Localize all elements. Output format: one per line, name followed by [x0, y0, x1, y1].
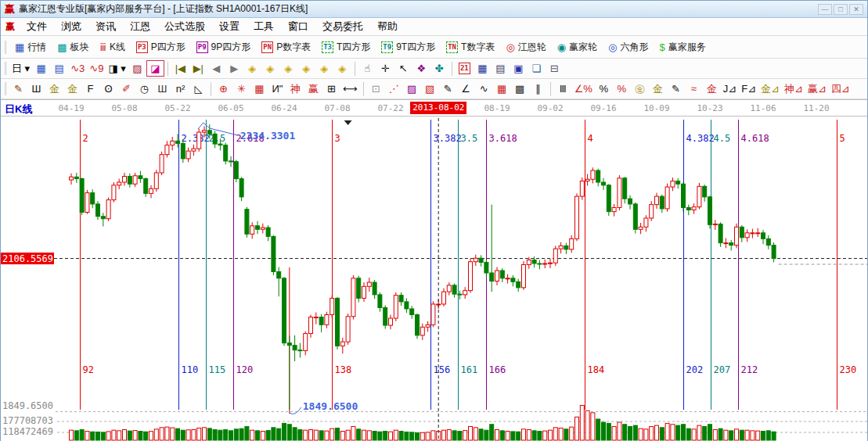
network-icon[interactable]: ❏	[528, 60, 546, 77]
gold-circle-icon[interactable]: ㊎	[631, 81, 649, 97]
zigzag-tool-icon[interactable]: ∿	[475, 81, 493, 97]
fib-f-icon[interactable]: F	[81, 81, 99, 97]
toolbar-button-gann-wheel[interactable]: ◎江恩轮	[500, 38, 551, 56]
shift-right-diamond-icon[interactable]: ◈	[261, 60, 279, 77]
toolbar-button-p-square[interactable]: P3P四方形	[131, 38, 191, 56]
period-daily-dropdown-icon[interactable]: 日 ▾	[9, 60, 32, 77]
toolbar-button-t-square[interactable]: T3T四方形	[316, 38, 376, 56]
toolbar-button-t-number-table[interactable]: TNT数字表	[441, 38, 500, 56]
chart-area[interactable]: 2922.3821102.51152.61812031383.3821563.5…	[1, 117, 867, 441]
calendar-icon[interactable]: 21	[456, 60, 474, 77]
angle-shen-icon[interactable]: 神⊿	[782, 81, 805, 97]
parallel-lines-icon[interactable]: ∥	[529, 81, 547, 97]
percent-angle-icon[interactable]: ∠%	[572, 81, 595, 97]
pattern-box-icon[interactable]: ▨	[128, 60, 146, 77]
toolbar-button-kline[interactable]: ⅲK线	[95, 38, 131, 56]
toolbar-button-hexagon[interactable]: ◎六角形	[603, 38, 654, 56]
gann-tool-purple-icon[interactable]: ❖	[412, 60, 430, 77]
toolbar-button-winner-wheel[interactable]: ◉赢家轮	[552, 38, 603, 56]
toolbar-button-sectors[interactable]: ▩板块	[52, 38, 94, 56]
toolbar-button-9t-square[interactable]: T99T四方形	[376, 38, 441, 56]
last-bar-icon[interactable]: ▶|	[189, 60, 207, 77]
angle-gold-icon[interactable]: 金⊿	[758, 81, 782, 97]
menu-item-trade-order[interactable]: 交易委托	[315, 18, 370, 35]
gann-circle-icon[interactable]: ⊕	[214, 81, 232, 97]
gold-section-1-icon[interactable]: 金	[45, 81, 63, 97]
box-region-icon[interactable]: ⊡	[367, 81, 385, 97]
pointer-tool-icon[interactable]: ↖	[394, 60, 412, 77]
shen-marker-icon[interactable]: 神	[286, 81, 304, 97]
shift-left-diamond-icon[interactable]: ◈	[243, 60, 261, 77]
gold-section-2-icon[interactable]: 金	[63, 81, 81, 97]
crosshair-tool-icon[interactable]: ✛	[376, 60, 394, 77]
protractor-icon[interactable]: ◺	[189, 81, 207, 97]
menu-item-help[interactable]: 帮助	[370, 18, 405, 35]
pen-bars-icon[interactable]: ✎	[667, 81, 685, 97]
menu-item-tools[interactable]: 工具	[247, 18, 281, 35]
fan-box-icon[interactable]: ▧	[421, 81, 439, 97]
spiral-icon[interactable]: ʘ	[99, 81, 117, 97]
time-circle-icon[interactable]: ◷	[135, 81, 153, 97]
volume-histogram-icon[interactable]: ◪	[146, 60, 164, 77]
angle-win-icon[interactable]: 赢⊿	[805, 81, 829, 97]
fan-grid-purple-icon[interactable]: ▨	[403, 81, 421, 97]
gann-web-icon[interactable]: ✳	[232, 81, 250, 97]
chart-layout-icon[interactable]: ▦	[32, 60, 50, 77]
toolbar-button-p-number-table[interactable]: PNP数字表	[256, 38, 316, 56]
menu-item-news[interactable]: 资讯	[88, 18, 123, 35]
next-bar-icon[interactable]: ▶	[225, 60, 243, 77]
compress-horizontal-diamond-icon[interactable]: ◈	[297, 60, 315, 77]
wave-3-icon[interactable]: ∿3	[68, 60, 87, 77]
menu-item-gann[interactable]: 江恩	[123, 18, 157, 35]
menu-item-window[interactable]: 窗口	[281, 18, 315, 35]
toolbar-button-winner-service[interactable]: $赢家服务	[654, 38, 711, 56]
candle-style-dropdown-icon[interactable]: ◨ ▾	[106, 60, 128, 77]
gold-line-icon[interactable]: 金	[649, 81, 667, 97]
gann-grid-icon[interactable]: ▦	[250, 81, 268, 97]
fan-lines-icon[interactable]: ⋰	[385, 81, 403, 97]
price-bars-icon[interactable]: Ⅲ	[554, 81, 572, 97]
toolbar-button-quotes[interactable]: ▦行情	[9, 38, 52, 56]
expand-vertical-diamond-icon[interactable]: ◈	[315, 60, 333, 77]
pattern-tool-teal-icon[interactable]: ✤	[430, 60, 448, 77]
hand-tool-icon[interactable]: ☝	[358, 60, 376, 77]
angle-j-icon[interactable]: J⊿	[721, 81, 739, 97]
angle-si-icon[interactable]: 四⊿	[829, 81, 852, 97]
prev-bar-icon[interactable]: ◀	[207, 60, 225, 77]
notepad-icon[interactable]: ▤	[492, 60, 510, 77]
wave-a-icon[interactable]: ≈	[685, 81, 703, 97]
menu-item-formula-stock-picker[interactable]: 公式选股	[157, 18, 212, 35]
pen-tool-icon[interactable]: ✎	[9, 81, 27, 97]
brush-icon[interactable]: ✐	[117, 81, 135, 97]
printer-icon[interactable]: ⊟	[546, 60, 564, 77]
ruler-123-icon[interactable]: ⊞	[322, 81, 340, 97]
angle-tool-icon[interactable]: ∠	[457, 81, 475, 97]
trend-pen-icon[interactable]: ✎	[439, 81, 457, 97]
minimize-button[interactable]: —	[818, 4, 832, 15]
tick-grid-icon[interactable]: Ш	[153, 81, 171, 97]
angle-f-icon[interactable]: F⊿	[739, 81, 758, 97]
time-grid-icon[interactable]: Ш	[27, 81, 45, 97]
maximize-button[interactable]: □	[834, 4, 848, 15]
wave-mark-icon[interactable]: И"	[268, 81, 286, 97]
toolbar-button-9p-square[interactable]: P99P四方形	[191, 38, 257, 56]
save-icon[interactable]: ▣	[510, 60, 528, 77]
gold-angle-icon[interactable]: 金	[703, 81, 721, 97]
stock-info-panel-icon[interactable]: ▤	[50, 60, 68, 77]
first-bar-icon[interactable]: |◀	[171, 60, 189, 77]
calculator-icon[interactable]: ▦	[474, 60, 492, 77]
grid-dark-icon[interactable]: ▩	[511, 81, 529, 97]
grid-red-icon[interactable]: ▦	[493, 81, 511, 97]
percent-icon[interactable]: %	[595, 81, 613, 97]
wave-9-icon[interactable]: ∿9	[87, 60, 106, 77]
close-button[interactable]: ✕	[849, 4, 863, 15]
percent-line-icon[interactable]: %	[613, 81, 631, 97]
win-marker-icon[interactable]: 赢	[304, 81, 322, 97]
expand-horizontal-diamond-icon[interactable]: ◈	[279, 60, 297, 77]
n-square-icon[interactable]: n²	[171, 81, 189, 97]
menu-item-settings[interactable]: 设置	[212, 18, 247, 35]
fit-all-diamond-icon[interactable]: ◈	[333, 60, 351, 77]
span-measure-icon[interactable]: ⟷	[340, 81, 360, 97]
menu-item-browse[interactable]: 浏览	[54, 18, 88, 35]
menu-item-file[interactable]: 文件	[20, 18, 54, 35]
